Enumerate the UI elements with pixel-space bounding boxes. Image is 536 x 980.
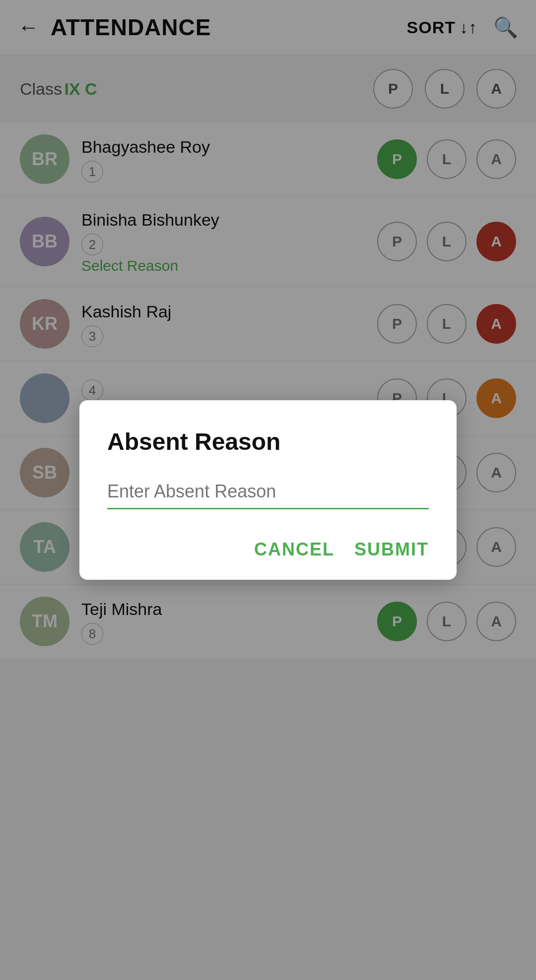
- modal-title: Absent Reason: [107, 428, 429, 455]
- absent-reason-modal: Absent Reason CANCEL SUBMIT: [79, 400, 457, 580]
- cancel-button[interactable]: CANCEL: [254, 539, 335, 560]
- modal-overlay: Absent Reason CANCEL SUBMIT: [0, 0, 536, 980]
- modal-actions: CANCEL SUBMIT: [107, 539, 429, 560]
- submit-button[interactable]: SUBMIT: [354, 539, 429, 560]
- modal-input-wrap: [107, 475, 429, 509]
- absent-reason-input[interactable]: [107, 475, 429, 508]
